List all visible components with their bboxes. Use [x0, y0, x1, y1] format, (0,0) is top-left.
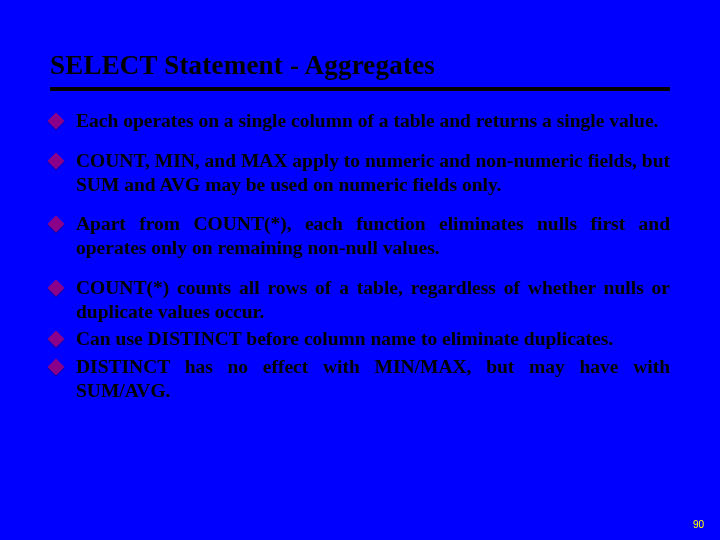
bullet-icon: [48, 359, 65, 376]
bullet-icon: [48, 152, 65, 169]
bullet-text: Apart from COUNT(*), each function elimi…: [76, 212, 670, 260]
bullet-text: COUNT, MIN, and MAX apply to numeric and…: [76, 149, 670, 197]
list-item: Can use DISTINCT before column name to e…: [50, 327, 670, 351]
list-item: Each operates on a single column of a ta…: [50, 109, 670, 133]
bullet-icon: [48, 216, 65, 233]
slide-title: SELECT Statement - Aggregates: [50, 50, 670, 91]
list-item: DISTINCT has no effect with MIN/MAX, but…: [50, 355, 670, 403]
bullet-text: COUNT(*) counts all rows of a table, reg…: [76, 276, 670, 324]
slide: SELECT Statement - Aggregates Each opera…: [0, 0, 720, 540]
bullet-text: Can use DISTINCT before column name to e…: [76, 327, 670, 351]
bullet-icon: [48, 113, 65, 130]
page-number: 90: [693, 519, 704, 530]
bullet-icon: [48, 279, 65, 296]
bullet-text: DISTINCT has no effect with MIN/MAX, but…: [76, 355, 670, 403]
list-item: Apart from COUNT(*), each function elimi…: [50, 212, 670, 260]
list-item: COUNT, MIN, and MAX apply to numeric and…: [50, 149, 670, 197]
list-item: COUNT(*) counts all rows of a table, reg…: [50, 276, 670, 324]
bullet-list: Each operates on a single column of a ta…: [50, 109, 670, 403]
bullet-icon: [48, 331, 65, 348]
bullet-text: Each operates on a single column of a ta…: [76, 109, 670, 133]
